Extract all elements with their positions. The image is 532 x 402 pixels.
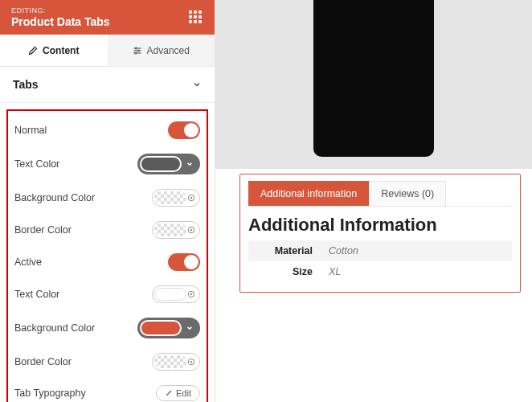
- editor-tab-row: Content Advanced: [0, 35, 215, 67]
- color-normal-border[interactable]: [152, 221, 200, 239]
- label-normal-border-color: Border Color: [14, 224, 72, 236]
- editing-label: EDITING:: [11, 6, 110, 14]
- sliders-icon: [133, 46, 142, 55]
- typography-edit-button[interactable]: Edit: [156, 385, 200, 401]
- label-normal-bg-color: Background Color: [14, 192, 95, 203]
- label-active-border-color: Border Color: [14, 356, 72, 367]
- svg-point-5: [134, 51, 136, 53]
- svg-point-11: [190, 293, 192, 295]
- chevron-down-icon: [186, 160, 194, 168]
- svg-point-7: [190, 197, 192, 199]
- chevron-down-icon: [186, 324, 194, 332]
- attr-name: Material: [248, 240, 321, 261]
- attr-value: Cotton: [321, 240, 512, 261]
- svg-point-9: [190, 229, 192, 231]
- pencil-icon: [28, 46, 38, 55]
- panel-heading: Additional Information: [248, 215, 512, 236]
- svg-point-3: [135, 47, 137, 48]
- color-normal-text[interactable]: [137, 154, 200, 174]
- table-row: Material Cotton: [248, 240, 512, 261]
- label-tab-typography: Tab Typography: [14, 388, 86, 399]
- attr-name: Size: [248, 261, 321, 282]
- label-active: Active: [14, 256, 42, 268]
- attr-value: XL: [321, 261, 512, 282]
- section-title: Tabs: [13, 78, 39, 91]
- color-active-bg[interactable]: [137, 318, 200, 338]
- product-tabs-row: Additional information Reviews (0): [248, 181, 512, 207]
- product-tab-reviews[interactable]: Reviews (0): [369, 181, 446, 206]
- preview-highlight-box: Additional information Reviews (0) Addit…: [239, 174, 521, 293]
- attributes-table: Material Cotton Size XL: [248, 240, 512, 282]
- tab-content[interactable]: Content: [0, 35, 108, 66]
- color-normal-bg[interactable]: [152, 189, 200, 207]
- toggle-active[interactable]: [168, 253, 200, 271]
- drag-grip-icon[interactable]: [189, 10, 203, 25]
- chevron-down-icon: [192, 80, 202, 89]
- color-active-text[interactable]: [152, 285, 200, 303]
- pencil-icon: [165, 389, 173, 397]
- label-active-bg-color: Background Color: [14, 322, 95, 334]
- widget-title: Product Data Tabs: [11, 15, 110, 28]
- label-normal-text-color: Text Color: [14, 158, 59, 170]
- label-normal: Normal: [14, 125, 47, 136]
- section-tabs-toggle[interactable]: Tabs: [0, 67, 215, 103]
- widget-header: EDITING: Product Data Tabs: [0, 0, 215, 35]
- eyedropper-icon: [186, 225, 196, 235]
- product-image: [215, 0, 532, 169]
- controls-panel: Normal Text Color Background Color Borde…: [0, 103, 215, 402]
- highlight-box: Normal Text Color Background Color Borde…: [6, 109, 208, 402]
- eyedropper-icon: [186, 289, 196, 299]
- toggle-normal[interactable]: [168, 121, 200, 139]
- label-active-text-color: Text Color: [14, 289, 59, 300]
- table-row: Size XL: [248, 261, 512, 282]
- svg-point-4: [137, 49, 139, 51]
- product-tab-additional-info[interactable]: Additional information: [248, 181, 369, 206]
- eyedropper-icon: [186, 357, 196, 367]
- eyedropper-icon: [186, 193, 196, 203]
- editor-sidebar: EDITING: Product Data Tabs Content Advan…: [0, 0, 215, 402]
- tab-advanced[interactable]: Advanced: [108, 35, 215, 66]
- svg-point-13: [190, 361, 192, 363]
- color-active-border[interactable]: [152, 353, 200, 371]
